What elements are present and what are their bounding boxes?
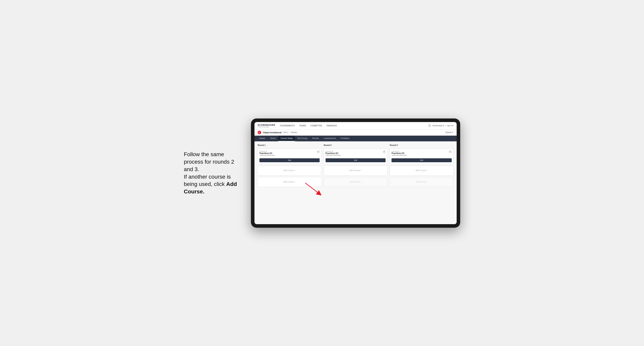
add-course-label-r2-1: Add Course +	[350, 169, 362, 172]
tab-bar: Details Teams Course Setup Tee Groups Re…	[254, 136, 457, 141]
course-detail-r2: Yellow (M) (6629 yds)	[326, 154, 341, 156]
course-info: (Course A) Peachtree GC Yellow (M) (6629…	[260, 151, 274, 157]
hosting-badge: Hosting	[290, 131, 298, 134]
sign-out-link[interactable]: Sign out	[447, 125, 454, 127]
course-detail: Yellow (M) (6629 yds)	[260, 154, 274, 156]
tab-leaderboards[interactable]: Leaderboards	[321, 136, 338, 141]
add-course-label-r3-2: Add Course +	[416, 181, 428, 183]
nav-committee[interactable]: COMMITTEE	[310, 125, 322, 127]
delete-course-button[interactable]: ✕	[317, 151, 320, 153]
nav-teams[interactable]: TEAMS	[299, 125, 306, 127]
tablet-screen: SCOREBOARD Powered by clippd TOURNAMENTS…	[254, 122, 457, 224]
add-course-label: Add Course +	[284, 169, 296, 172]
tab-results[interactable]: Results	[310, 136, 321, 141]
nav-links: TOURNAMENTS TEAMS COMMITTEE RANKINGS	[279, 125, 428, 127]
course-name-r3: Peachtree GC	[392, 152, 407, 154]
round-2-title: Round 2	[324, 144, 388, 146]
tournament-name: Clippd Invitational	[263, 131, 282, 134]
round-1-column: Round 1 (Course A) Peachtree GC Yellow (…	[258, 144, 322, 187]
course-info-r2: (Course A) Peachtree GC Yellow (M) (6629…	[326, 151, 341, 157]
edit-course-button-r2[interactable]: Edit	[326, 158, 386, 162]
course-label-r3: (Course A)	[392, 151, 407, 152]
edit-course-button-r3[interactable]: Edit	[392, 158, 452, 162]
add-course-button-r2-1[interactable]: Add Course +	[324, 166, 388, 175]
round-2-course-card: (Course A) Peachtree GC Yellow (M) (6629…	[324, 149, 388, 164]
nav-right: blair@clippd.io | Sign out	[428, 124, 454, 127]
round-1-title: Round 1	[258, 144, 322, 146]
add-course-button-r1-2[interactable]: Add Course +	[258, 177, 322, 187]
logo-area: SCOREBOARD Powered by clippd	[258, 124, 275, 128]
course-name: Peachtree GC	[260, 152, 274, 154]
course-label-r2: (Course A)	[326, 151, 341, 152]
delete-course-button-r2[interactable]: ✕	[383, 151, 386, 153]
sub-header-left: C Clippd Invitational (Men) Hosting	[258, 131, 298, 134]
nav-tournaments[interactable]: TOURNAMENTS	[279, 125, 295, 127]
nav-rankings[interactable]: RANKINGS	[326, 125, 337, 127]
round-2-column: Round 2 (Course A) Peachtree GC Yellow (…	[324, 144, 388, 187]
user-avatar	[428, 124, 431, 127]
rounds-grid: Round 1 (Course A) Peachtree GC Yellow (…	[258, 144, 454, 187]
scoreboard-logo: SCOREBOARD	[258, 124, 275, 126]
course-label: (Course A)	[260, 151, 274, 152]
course-detail-r3: Yellow (M) (6629 yds)	[392, 154, 407, 156]
add-course-button-r3-1[interactable]: Add Course +	[390, 166, 454, 175]
add-course-button-r3-2: Add Course +	[390, 177, 454, 187]
top-nav: SCOREBOARD Powered by clippd TOURNAMENTS…	[254, 122, 457, 130]
add-course-label-r3-1: Add Course +	[416, 169, 428, 172]
round-3-course-card: (Course A) Peachtree GC Yellow (M) (6629…	[390, 149, 454, 164]
add-course-label-r2-2: Add Course +	[350, 181, 362, 183]
nav-separator: |	[446, 125, 446, 127]
course-card-header-r2: (Course A) Peachtree GC Yellow (M) (6629…	[326, 151, 386, 157]
course-info-r3: (Course A) Peachtree GC Yellow (M) (6629…	[392, 151, 407, 157]
tablet-frame: SCOREBOARD Powered by clippd TOURNAMENTS…	[251, 119, 460, 228]
user-email: blair@clippd.io	[432, 125, 444, 127]
round-3-column: Round 3 (Course A) Peachtree GC Yellow (…	[390, 144, 454, 187]
tab-course-setup[interactable]: Course Setup	[278, 136, 295, 141]
edit-course-button[interactable]: Edit	[260, 158, 320, 162]
tab-teams[interactable]: Teams	[268, 136, 278, 141]
tab-tee-groups[interactable]: Tee Groups	[295, 136, 310, 141]
add-course-button-r1-1[interactable]: Add Course +	[258, 166, 322, 175]
page-wrapper: Follow the same process for rounds 2 and…	[184, 119, 460, 228]
content-area: Round 1 (Course A) Peachtree GC Yellow (…	[254, 141, 457, 224]
add-course-button-r2-2: Add Course +	[324, 177, 388, 187]
logo-subtitle: Powered by clippd	[258, 126, 275, 128]
instruction-panel: Follow the same process for rounds 2 and…	[184, 151, 239, 195]
tab-details[interactable]: Details	[257, 136, 268, 141]
course-card-header: (Course A) Peachtree GC Yellow (M) (6629…	[260, 151, 320, 157]
round-1-course-card: (Course A) Peachtree GC Yellow (M) (6629…	[258, 149, 322, 164]
course-name-r2: Peachtree GC	[326, 152, 341, 154]
instruction-text-content: Follow the same process for rounds 2 and…	[184, 151, 237, 194]
delete-course-button-r3[interactable]: ✕	[449, 151, 452, 153]
add-course-label-2: Add Course +	[284, 181, 296, 183]
course-card-header-r3: (Course A) Peachtree GC Yellow (M) (6629…	[392, 151, 452, 157]
clippd-logo: C	[258, 131, 261, 134]
sub-header: C Clippd Invitational (Men) Hosting Canc…	[254, 130, 457, 136]
round-3-title: Round 3	[390, 144, 454, 146]
cancel-button[interactable]: Cancel ✕	[445, 131, 454, 134]
tab-printables[interactable]: Printables	[338, 136, 352, 141]
tournament-type: (Men)	[283, 131, 288, 134]
